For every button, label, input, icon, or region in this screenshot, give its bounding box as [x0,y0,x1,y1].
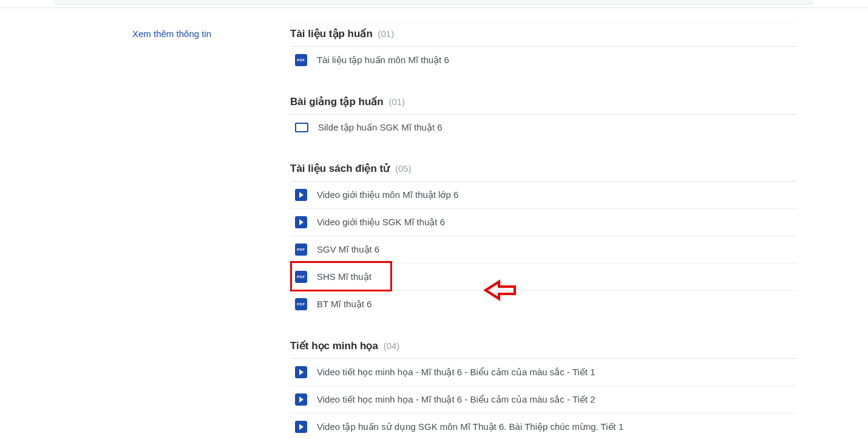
cutoff-section-heading [290,12,796,22]
content-area: Tài liệu tập huấn (01) PDF Tài liệu tập … [273,12,813,439]
list-item[interactable]: Video giới thiệu SGK Mĩ thuật 6 [290,209,796,236]
section-title: Tiết học minh họa [290,340,378,352]
browser-toolbar-fragment [55,0,813,5]
section-title: Tài liệu tập huấn [290,28,373,39]
list-item[interactable]: Video tiết học minh họa - Mĩ thuật 6 - B… [290,386,796,413]
section-title: Bài giảng tập huấn [290,96,384,107]
item-title: SGV Mĩ thuật 6 [317,244,379,255]
section-heading: Tài liệu sách điện tử (05) [290,157,796,182]
section-count: (01) [378,29,395,39]
section-heading: Tài liệu tập huấn (01) [290,22,796,47]
item-title: Video tập huấn sử dụng SGK môn Mĩ Thuật … [317,421,623,432]
item-title: Video tiết học minh họa - Mĩ thuật 6 - B… [317,394,595,405]
pdf-icon: PDF [295,271,307,283]
video-icon [295,421,307,433]
section-count: (01) [388,97,405,107]
section-tai-lieu-sach-dien-tu: Tài liệu sách điện tử (05) Video giới th… [290,157,796,318]
video-icon [295,189,307,201]
item-title: Tài liệu tập huấn môn Mĩ thuật 6 [317,55,449,66]
list-item[interactable]: Video tiết học minh họa - Mĩ thuật 6 - B… [290,359,796,386]
video-icon [295,366,307,378]
pdf-icon: PDF [295,298,307,310]
separator [0,7,868,8]
video-icon [295,393,307,406]
section-heading: Tiết học minh họa (04) [290,335,796,359]
section-count: (04) [384,341,400,351]
item-title: SHS Mĩ thuật [317,271,371,282]
section-count: (05) [395,163,412,174]
page-body: Xem thêm thông tin Tài liệu tập huấn (01… [0,12,868,439]
list-item-highlighted[interactable]: PDF SHS Mĩ thuật [290,264,796,291]
slide-icon [295,123,308,132]
section-tiet-hoc-minh-hoa: Tiết học minh họa (04) Video tiết học mi… [290,335,796,439]
section-heading: Bài giảng tập huấn (01) [290,90,796,115]
list-item[interactable]: Video giới thiệu môn Mĩ thuật lớp 6 [290,182,796,209]
list-item[interactable]: Silde tập huấn SGK Mĩ thuật 6 [290,115,796,140]
item-title: Silde tập huấn SGK Mĩ thuật 6 [318,122,442,133]
pdf-icon: PDF [295,54,307,66]
item-title: Video giới thiệu SGK Mĩ thuật 6 [317,217,445,228]
video-icon [295,216,307,228]
section-bai-giang-tap-huan: Bài giảng tập huấn (01) Silde tập huấn S… [290,90,796,140]
section-tai-lieu-tap-huan: Tài liệu tập huấn (01) PDF Tài liệu tập … [290,22,796,73]
list-item[interactable]: PDF BT Mĩ thuật 6 [290,291,796,318]
list-item[interactable]: PDF Tài liệu tập huấn môn Mĩ thuật 6 [290,47,796,73]
item-title: Video tiết học minh họa - Mĩ thuật 6 - B… [317,367,595,378]
sidebar: Xem thêm thông tin [55,12,273,39]
see-more-link[interactable]: Xem thêm thông tin [55,29,211,39]
section-title: Tài liệu sách điện tử [290,163,390,174]
item-title: BT Mĩ thuật 6 [317,299,371,310]
list-item[interactable]: Video tập huấn sử dụng SGK môn Mĩ Thuật … [290,413,796,439]
pdf-icon: PDF [295,243,307,256]
item-title: Video giới thiệu môn Mĩ thuật lớp 6 [317,189,458,200]
list-item[interactable]: PDF SGV Mĩ thuật 6 [290,236,796,264]
